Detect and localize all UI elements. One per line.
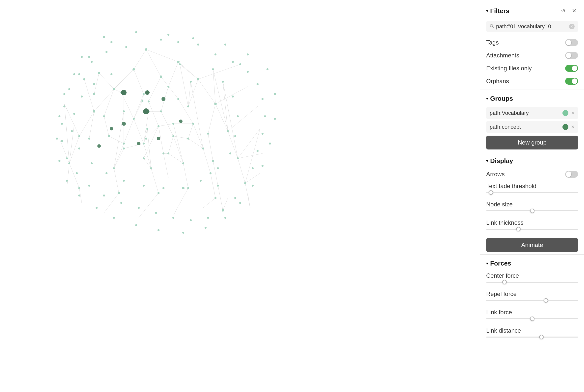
orphans-toggle[interactable]: [565, 78, 578, 85]
group-concept-color[interactable]: [562, 124, 568, 130]
svg-line-16: [149, 102, 158, 126]
svg-line-24: [193, 124, 203, 148]
svg-point-228: [192, 37, 194, 39]
svg-line-11: [94, 89, 114, 111]
group-vocabulary-close[interactable]: ✕: [571, 110, 574, 116]
svg-point-106: [232, 61, 234, 63]
tags-toggle-row: Tags: [480, 36, 584, 49]
svg-point-181: [227, 130, 229, 132]
svg-point-172: [172, 123, 174, 125]
svg-point-209: [214, 197, 216, 199]
svg-point-212: [190, 81, 192, 83]
link-distance-thumb[interactable]: [539, 335, 544, 339]
svg-point-234: [269, 142, 271, 144]
link-force-thumb[interactable]: [530, 316, 534, 321]
svg-point-183: [167, 152, 169, 154]
svg-point-129: [61, 123, 63, 125]
orphans-label: Orphans: [486, 78, 509, 85]
svg-point-249: [59, 115, 61, 117]
center-force-label: Center force: [486, 272, 578, 279]
right-panel: ▾ Filters ↺ ✕ ✕ Tags Attachments: [480, 0, 584, 392]
center-force-thumb[interactable]: [502, 280, 507, 284]
svg-point-114: [252, 167, 254, 169]
forces-section-header[interactable]: ▾ Forces: [480, 257, 584, 270]
svg-point-137: [197, 78, 199, 80]
svg-line-60: [151, 168, 158, 193]
arrows-toggle[interactable]: [565, 171, 578, 178]
svg-point-174: [187, 106, 189, 108]
existing-files-toggle[interactable]: [565, 65, 578, 72]
animate-button[interactable]: Animate: [486, 238, 578, 252]
svg-line-58: [69, 163, 79, 188]
reset-button[interactable]: ↺: [559, 7, 567, 15]
svg-line-0: [146, 50, 161, 77]
group-vocabulary-color[interactable]: [562, 110, 568, 116]
svg-line-255: [493, 27, 494, 28]
svg-point-148: [143, 184, 145, 186]
group-item-vocabulary: path:Vocabulary ✕: [486, 107, 578, 119]
svg-point-202: [113, 167, 115, 169]
svg-point-230: [247, 54, 249, 56]
svg-point-236: [252, 184, 254, 186]
search-clear-button[interactable]: ✕: [569, 24, 574, 29]
svg-point-108: [247, 71, 249, 73]
text-fade-label: Text fade threshold: [486, 183, 578, 190]
tags-toggle[interactable]: [565, 39, 578, 46]
svg-line-4: [168, 62, 178, 86]
svg-point-147: [162, 187, 164, 189]
svg-point-214: [121, 90, 127, 95]
svg-point-204: [209, 172, 211, 174]
link-thickness-thumb[interactable]: [516, 227, 521, 232]
svg-line-81: [228, 106, 257, 131]
repel-force-thumb[interactable]: [544, 298, 548, 303]
link-force-container: Link force: [480, 307, 584, 325]
svg-point-232: [274, 93, 276, 95]
center-force-track[interactable]: [486, 282, 578, 282]
svg-point-142: [234, 135, 236, 137]
svg-point-226: [135, 31, 137, 33]
svg-line-1: [146, 50, 178, 62]
close-button[interactable]: ✕: [570, 7, 578, 15]
svg-line-7: [161, 77, 178, 99]
svg-point-225: [103, 36, 105, 38]
attachments-label: Attachments: [486, 52, 519, 59]
search-bar[interactable]: ✕: [486, 21, 578, 32]
svg-point-213: [83, 78, 85, 80]
repel-force-track[interactable]: [486, 300, 578, 301]
repel-force-label: Repel force: [486, 290, 578, 298]
svg-point-184: [162, 152, 164, 154]
svg-line-94: [168, 136, 173, 154]
link-force-track[interactable]: [486, 318, 578, 319]
svg-line-67: [60, 138, 69, 163]
text-fade-thumb[interactable]: [489, 190, 493, 195]
svg-point-247: [59, 160, 61, 162]
group-concept-close[interactable]: ✕: [571, 124, 574, 130]
new-group-button[interactable]: New group: [486, 136, 578, 150]
svg-point-103: [177, 41, 179, 43]
graph-area[interactable]: [0, 0, 480, 392]
display-section-header[interactable]: ▾ Display: [480, 154, 584, 168]
svg-point-101: [145, 48, 147, 51]
svg-point-140: [232, 96, 234, 98]
node-size-thumb[interactable]: [530, 208, 534, 213]
svg-line-74: [203, 198, 215, 208]
svg-point-231: [266, 68, 268, 70]
tags-label: Tags: [486, 39, 499, 46]
svg-point-136: [177, 61, 180, 63]
svg-point-104: [197, 44, 199, 46]
svg-point-127: [66, 158, 68, 159]
svg-line-33: [163, 154, 168, 178]
attachments-toggle[interactable]: [565, 52, 578, 59]
filters-chevron-icon[interactable]: ▾: [486, 9, 488, 13]
text-fade-track[interactable]: [486, 192, 578, 193]
svg-point-240: [182, 232, 184, 234]
svg-line-65: [69, 124, 74, 163]
link-thickness-track[interactable]: [486, 229, 578, 230]
link-distance-track[interactable]: [486, 336, 578, 338]
node-size-track[interactable]: [486, 210, 578, 211]
display-chevron-icon: ▾: [486, 159, 488, 163]
svg-point-130: [63, 106, 65, 108]
groups-section-header[interactable]: ▾ Groups: [480, 92, 584, 106]
svg-line-3: [178, 62, 198, 79]
search-input[interactable]: [496, 23, 567, 30]
